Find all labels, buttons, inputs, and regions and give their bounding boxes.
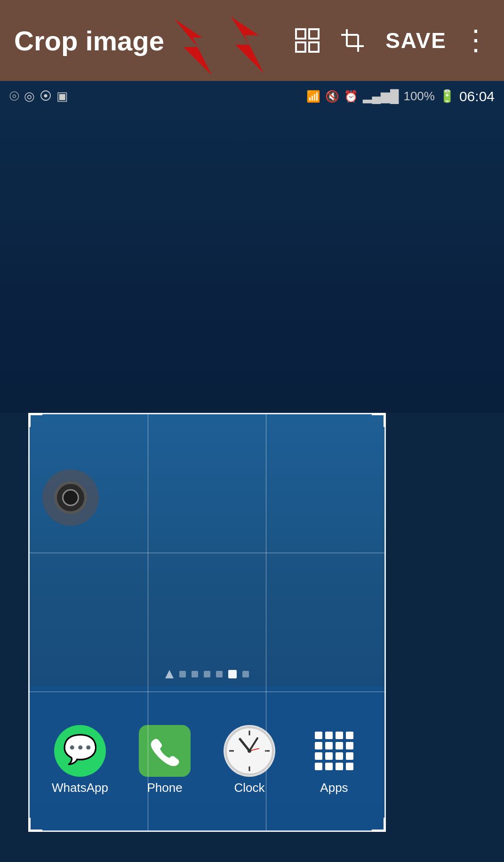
grid-line-v1 <box>148 414 148 830</box>
battery-percent: 100% <box>403 89 435 104</box>
phone-statusbar: ⦾ ◎ ⦿ ▣ 📶 🔇 ⏰ ▂▄▆█ 100% 🔋 06:04 <box>0 81 504 112</box>
mute-icon: 🔇 <box>325 90 339 103</box>
svg-rect-0 <box>296 29 305 39</box>
more-options-icon[interactable]: ⋮ <box>462 26 490 55</box>
crop-handle-br[interactable] <box>372 818 386 832</box>
overlay-bottom <box>0 832 504 862</box>
crop-container[interactable]: 💬 WhatsApp Phone <box>28 413 386 832</box>
grid-line-h2 <box>30 692 384 692</box>
image-icon: ▣ <box>56 89 68 104</box>
page-title: Crop image <box>14 25 285 56</box>
crop-handle-bl[interactable] <box>28 818 42 832</box>
svg-rect-1 <box>309 29 319 39</box>
status-time: 06:04 <box>459 89 495 105</box>
camera-icon-2: ◎ <box>24 89 35 104</box>
toolbar: Crop image SAVE ⋮ <box>0 0 504 81</box>
crop-icon[interactable] <box>340 28 365 53</box>
battery-icon: 🔋 <box>440 89 455 104</box>
wallpaper-area <box>0 112 504 413</box>
image-area: ⦾ ◎ ⦿ ▣ 📶 🔇 ⏰ ▂▄▆█ 100% 🔋 06:04 <box>0 81 504 862</box>
svg-rect-3 <box>309 42 319 52</box>
grid-icon[interactable] <box>295 28 320 53</box>
grid-line-v2 <box>266 414 266 830</box>
overlay-left <box>0 413 28 832</box>
crop-handle-tl[interactable] <box>28 413 42 427</box>
svg-rect-2 <box>296 42 305 52</box>
status-right: 📶 🔇 ⏰ ▂▄▆█ 100% 🔋 06:04 <box>306 89 495 105</box>
wifi-icon: 📶 <box>306 90 320 103</box>
crop-handle-tr[interactable] <box>372 413 386 427</box>
signal-bars: ▂▄▆█ <box>363 89 399 104</box>
crop-box[interactable] <box>28 413 386 832</box>
alarm-icon: ⏰ <box>344 90 358 103</box>
save-button[interactable]: SAVE <box>385 28 447 53</box>
grid-line-h1 <box>30 553 384 553</box>
camera-icon-1: ⦾ <box>9 89 19 104</box>
camera-icon-3: ⦿ <box>40 89 52 104</box>
overlay-right <box>386 413 504 832</box>
